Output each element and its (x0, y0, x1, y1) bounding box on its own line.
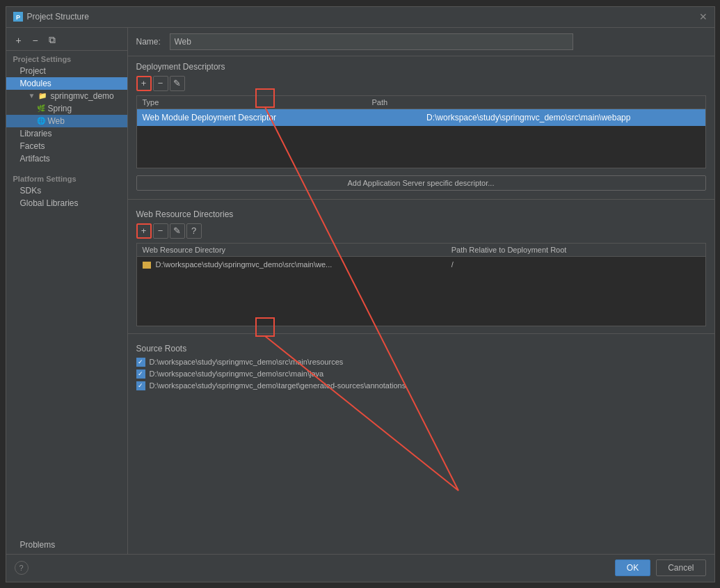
name-row: Name: (128, 28, 714, 56)
title-bar: P Project Structure ✕ (6, 7, 714, 28)
source-roots-title: Source Roots (128, 338, 714, 356)
cancel-button[interactable]: Cancel (656, 559, 705, 576)
source-root-path-2: D:\workspace\study\springmvc_demo\src\ma… (150, 370, 324, 378)
path-cell: D:\workspace\study\springmvc_demo\src\ma… (421, 111, 705, 125)
deployment-descriptors-title: Deployment Descriptors (128, 56, 714, 74)
sidebar-toolbar: + − ⧉ (6, 31, 127, 51)
sidebar-item-global-libraries[interactable]: Global Libraries (6, 197, 127, 209)
wr-table-header: Web Resource Directory Path Relative to … (137, 244, 705, 257)
source-root-path-1: D:\workspace\study\springmvc_demo\src\ma… (150, 358, 344, 366)
wr-dir-cell: D:\workspace\study\springmvc_demo\src\ma… (137, 258, 446, 271)
tree-item-springmvc[interactable]: ▼ 📁 springmvc_demo (6, 90, 127, 102)
name-input[interactable] (170, 33, 573, 50)
main-content-area: + − ⧉ Project Settings Project Modules ▼… (6, 28, 714, 554)
remove-descriptor-button[interactable]: − (153, 76, 168, 91)
edit-web-resource-button[interactable]: ✎ (170, 223, 185, 239)
path-column-header: Path (367, 96, 705, 109)
folder-icon: 📁 (38, 91, 47, 101)
project-structure-dialog: P Project Structure ✕ + − ⧉ Project Sett… (6, 6, 715, 582)
name-field-label: Name: (136, 37, 164, 47)
web-resource-directories-title: Web Resource Directories (128, 204, 714, 222)
deployment-descriptors-table: Type Path Web Module Deployment Descript… (136, 95, 706, 168)
source-root-item-3: D:\workspace\study\springmvc_demo\target… (136, 380, 706, 392)
wr-folder-icon (143, 262, 151, 269)
divider (128, 199, 714, 200)
app-icon: P (13, 12, 23, 22)
web-resource-table: Web Resource Directory Path Relative to … (136, 243, 706, 326)
table-row[interactable]: Web Module Deployment Descriptor D:\work… (137, 109, 705, 126)
sidebar-libraries-label: Libraries (20, 129, 52, 138)
web-item-icon: 🌐 (37, 117, 45, 125)
type-cell: Web Module Deployment Descriptor (137, 111, 422, 125)
add-app-server-descriptor-button[interactable]: Add Application Server specific descript… (136, 175, 706, 191)
type-column-header: Type (137, 96, 367, 109)
sidebar-item-project[interactable]: Project (6, 65, 127, 77)
sidebar-item-facets[interactable]: Facets (6, 140, 127, 152)
sidebar-item-artifacts[interactable]: Artifacts (6, 152, 127, 165)
wr-table-row[interactable]: D:\workspace\study\springmvc_demo\src\ma… (137, 257, 705, 272)
ok-button[interactable]: OK (615, 559, 650, 576)
source-roots-section: D:\workspace\study\springmvc_demo\src\ma… (128, 356, 714, 392)
sidebar-artifacts-label: Artifacts (20, 154, 50, 164)
divider2 (128, 333, 714, 334)
tree-root-label: springmvc_demo (50, 91, 113, 101)
source-root-path-3: D:\workspace\study\springmvc_demo\target… (150, 381, 406, 390)
web-resource-toolbar: + − ✎ ? (128, 222, 714, 240)
sidebar-item-libraries[interactable]: Libraries (6, 127, 127, 140)
wr-path-cell: / (446, 258, 705, 271)
remove-web-resource-button[interactable]: − (153, 223, 168, 239)
sidebar-sdks-label: SDKs (20, 186, 42, 196)
close-button[interactable]: ✕ (699, 12, 707, 22)
add-descriptor-button[interactable]: + (136, 76, 152, 91)
sidebar-global-libraries-label: Global Libraries (20, 198, 79, 208)
bottom-bar: ? OK Cancel (6, 554, 714, 582)
sidebar-project-label: Project (20, 66, 46, 76)
sidebar-item-sdks[interactable]: SDKs (6, 184, 127, 197)
deployment-toolbar: + − ✎ (128, 74, 714, 93)
help-button[interactable]: ? (15, 561, 29, 575)
add-module-button[interactable]: + (12, 33, 26, 47)
project-settings-header: Project Settings (6, 51, 127, 65)
sidebar-problems-label: Problems (20, 540, 56, 550)
dialog-title: Project Structure (27, 12, 89, 22)
empty-space-descriptors (137, 126, 705, 168)
source-root-checkbox-1[interactable] (136, 358, 145, 367)
copy-module-button[interactable]: ⧉ (45, 33, 59, 47)
spring-icon: 🌿 (37, 104, 45, 112)
tree-spring-label: Spring (48, 104, 72, 113)
svg-text:P: P (15, 14, 19, 21)
edit-descriptor-button[interactable]: ✎ (170, 76, 185, 91)
source-root-checkbox-3[interactable] (136, 381, 145, 390)
sidebar-modules-label: Modules (20, 79, 51, 88)
tree-item-spring[interactable]: 🌿 Spring (6, 102, 127, 115)
expand-arrow: ▼ (29, 92, 35, 100)
help-web-resource-button[interactable]: ? (186, 223, 202, 239)
sidebar-item-modules[interactable]: Modules (6, 77, 127, 90)
platform-settings-header: Platform Settings (6, 170, 127, 184)
title-bar-left: P Project Structure (13, 12, 89, 22)
source-root-checkbox-2[interactable] (136, 370, 145, 379)
source-root-item-1: D:\workspace\study\springmvc_demo\src\ma… (136, 356, 706, 368)
sidebar-facets-label: Facets (20, 141, 45, 151)
bottom-action-buttons: OK Cancel (615, 559, 706, 576)
module-settings-panel: Name: Deployment Descriptors + − ✎ Type … (128, 28, 714, 554)
remove-module-button[interactable]: − (29, 33, 42, 47)
add-web-resource-button[interactable]: + (136, 223, 152, 239)
table-header-row: Type Path (137, 96, 705, 109)
source-root-item-2: D:\workspace\study\springmvc_demo\src\ma… (136, 368, 706, 380)
tree-item-web[interactable]: 🌐 Web (6, 115, 127, 127)
tree-web-label: Web (48, 116, 65, 126)
wr-dir-column-header: Web Resource Directory (137, 244, 446, 256)
wr-path-column-header: Path Relative to Deployment Root (446, 244, 705, 256)
sidebar-item-problems[interactable]: Problems (6, 539, 127, 551)
sidebar: + − ⧉ Project Settings Project Modules ▼… (6, 28, 128, 554)
